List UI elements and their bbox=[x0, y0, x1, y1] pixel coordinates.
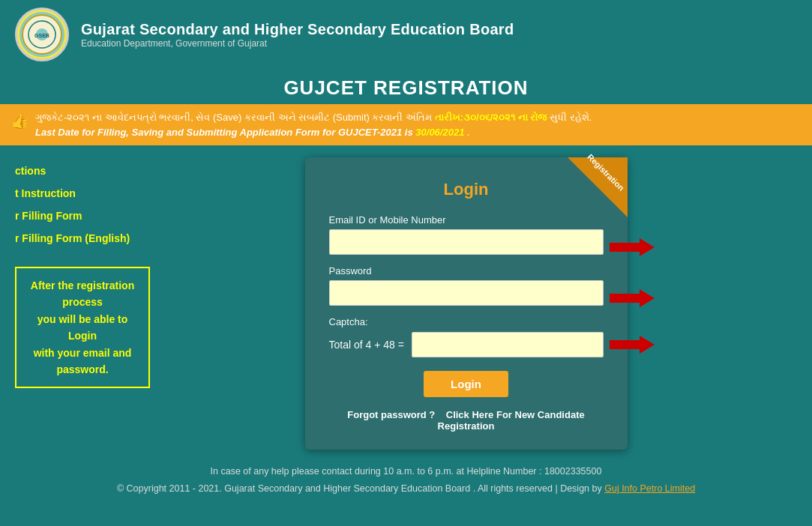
svg-marker-6 bbox=[610, 336, 655, 354]
email-arrow bbox=[610, 237, 655, 258]
captcha-label: Captcha: bbox=[329, 316, 604, 327]
login-title: Login bbox=[329, 180, 604, 199]
captcha-section: Captcha: Total of 4 + 48 = bbox=[329, 316, 604, 357]
forgot-password-link[interactable]: Forgot password ? bbox=[347, 409, 435, 420]
captcha-row: Total of 4 + 48 = bbox=[329, 332, 604, 357]
logo: GSEB bbox=[15, 7, 69, 61]
page-title: GUJCET REGISTRATION bbox=[0, 69, 812, 104]
password-input[interactable] bbox=[329, 280, 604, 306]
captcha-input[interactable] bbox=[412, 332, 604, 357]
password-arrow bbox=[610, 288, 655, 309]
notice-banner: 👍 ગુજકેટ-૨૦૨૧ ના આવેદનપત્રો ભરવાની, સેવ … bbox=[0, 104, 812, 145]
english-notice: Last Date for Filling, Saving and Submit… bbox=[35, 127, 415, 138]
login-box: Registration Login Email ID or Mobile Nu… bbox=[305, 157, 628, 450]
gujarati-notice-end: સુધી રહેશે. bbox=[547, 112, 592, 123]
notice-text: ગુજકેટ-૨૦૨૧ ના આવેદનપત્રો ભરવાની, સેવ (S… bbox=[35, 110, 592, 139]
sidebar-item-filling-form-english[interactable]: r Filling Form (English) bbox=[15, 232, 150, 244]
registration-note-text: After the registration processyou will b… bbox=[31, 279, 134, 375]
new-registration-link[interactable]: Click Here For New Candidate Registratio… bbox=[438, 409, 585, 432]
helpline-text: In case of any help please contact durin… bbox=[7, 463, 805, 480]
copyright-text: © Copyright 2011 - 2021. Gujarat Seconda… bbox=[7, 480, 805, 498]
password-label: Password bbox=[329, 265, 604, 276]
org-name: Gujarat Secondary and Higher Secondary E… bbox=[81, 21, 514, 38]
header: GSEB Gujarat Secondary and Higher Second… bbox=[0, 0, 812, 69]
sidebar-item-filling-form[interactable]: r Filling Form bbox=[15, 210, 150, 222]
login-panel: Registration Login Email ID or Mobile Nu… bbox=[165, 157, 812, 450]
org-sub: Education Department, Government of Guja… bbox=[81, 38, 514, 49]
svg-marker-5 bbox=[610, 289, 655, 307]
header-text: Gujarat Secondary and Higher Secondary E… bbox=[81, 21, 514, 49]
sidebar-item-instructions[interactable]: ctions bbox=[15, 165, 150, 177]
sidebar-item-instruction[interactable]: t Instruction bbox=[15, 187, 150, 199]
gujarati-date-highlight: તારીખ:૩૦/૦૬/૨૦૨૧ ના રોજ bbox=[435, 112, 547, 123]
captcha-equation: Total of 4 + 48 = bbox=[329, 339, 404, 351]
gujarati-notice: ગુજકેટ-૨૦૨૧ ના આવેદનપત્રો ભરવાની, સેવ (S… bbox=[35, 112, 435, 123]
registration-note-box: After the registration processyou will b… bbox=[15, 267, 150, 388]
svg-text:GSEB: GSEB bbox=[34, 33, 49, 38]
email-row: Email ID or Mobile Number bbox=[329, 214, 604, 265]
sidebar: ctions t Instruction r Filling Form r Fi… bbox=[0, 157, 165, 450]
email-label: Email ID or Mobile Number bbox=[329, 214, 604, 226]
password-row: Password bbox=[329, 265, 604, 316]
footer: In case of any help please contact durin… bbox=[0, 450, 812, 503]
logo-inner: GSEB bbox=[19, 12, 64, 57]
english-date-highlight: 30/06/2021 . bbox=[415, 127, 469, 138]
login-button[interactable]: Login bbox=[424, 371, 508, 397]
svg-marker-4 bbox=[610, 238, 655, 256]
notice-icon: 👍 bbox=[10, 112, 29, 130]
form-links: Forgot password ? Click Here For New Can… bbox=[329, 409, 604, 432]
email-input[interactable] bbox=[329, 229, 604, 255]
captcha-arrow bbox=[610, 334, 655, 355]
company-link[interactable]: Guj Info Petro Limited bbox=[604, 483, 695, 494]
main-content: ctions t Instruction r Filling Form r Fi… bbox=[0, 145, 812, 450]
